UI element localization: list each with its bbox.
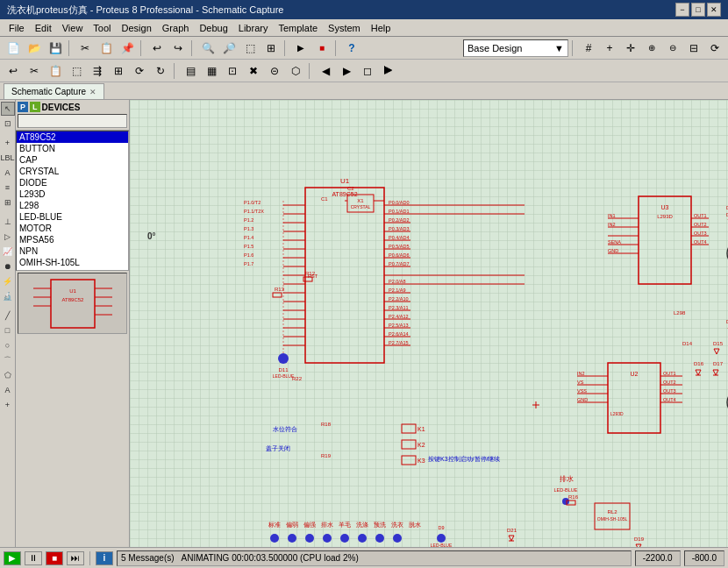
component-tool[interactable]: ⊡ [1, 117, 15, 131]
tb2-btn6[interactable]: ⊞ [109, 61, 128, 81]
component-item-led-blue[interactable]: LED-BLUE [17, 211, 128, 223]
component-item-cap[interactable]: CAP [17, 154, 128, 166]
menu-item-library[interactable]: Library [233, 22, 274, 34]
schematic-canvas[interactable]: 0° U1 AT89C52 [130, 100, 728, 547]
tb2-btn14[interactable]: ⬡ [286, 61, 305, 81]
menu-item-design[interactable]: Design [117, 22, 157, 34]
zoom-area-button[interactable]: ⬚ [240, 39, 260, 58]
bus-tool[interactable]: ≡ [1, 181, 15, 195]
component-search[interactable] [18, 114, 127, 128]
stop-button[interactable]: ■ [46, 551, 63, 565]
tb2-btn10[interactable]: ▦ [202, 61, 221, 81]
l-button[interactable]: L [30, 102, 40, 112]
probe-tool[interactable]: 🔬 [1, 289, 15, 303]
component-item-omih-sh-105l[interactable]: OMIH-SH-105L [17, 257, 128, 268]
tape-tool[interactable]: ⏺ [1, 259, 15, 273]
save-button[interactable]: 💾 [46, 39, 65, 58]
tb2-btn15[interactable]: ◀ [316, 61, 335, 81]
fit-button[interactable]: ⊟ [684, 39, 703, 58]
tb2-btn8[interactable]: ↻ [151, 61, 170, 81]
grid-button[interactable]: # [579, 39, 598, 58]
component-item-diode[interactable]: DIODE [17, 177, 128, 188]
new-button[interactable]: 📄 [4, 39, 23, 58]
undo-button[interactable]: ↩ [147, 39, 167, 58]
component-item-motor[interactable]: MOTOR [17, 223, 128, 234]
component-item-res[interactable]: RES [17, 268, 128, 271]
tb2-btn3[interactable]: 📋 [46, 61, 65, 81]
pause-button[interactable]: ⏸ [25, 551, 42, 565]
help-button[interactable]: ? [342, 39, 361, 58]
tb2-btn18[interactable]: ⯈ [379, 61, 398, 81]
maximize-button[interactable]: □ [691, 3, 705, 17]
menu-item-help[interactable]: Help [366, 22, 396, 34]
zoom-in-button[interactable]: 🔍 [198, 39, 218, 58]
tb2-btn1[interactable]: ↩ [4, 61, 23, 81]
tb2-btn11[interactable]: ⊡ [223, 61, 242, 81]
snap-button[interactable]: + [600, 39, 619, 58]
component-list[interactable]: AT89C52BUTTONCAPCRYSTALDIODEL293DL298LED… [16, 131, 129, 271]
tb2-btn4[interactable]: ⬚ [67, 61, 86, 81]
graph-tool[interactable]: 📈 [1, 245, 15, 259]
play-button[interactable]: ▶ [4, 551, 21, 565]
component-item-at89c52[interactable]: AT89C52 [17, 131, 128, 143]
copy-button[interactable]: 📋 [96, 39, 116, 58]
zoom-plus-button[interactable]: ⊕ [642, 39, 661, 58]
poly-tool[interactable]: ⬠ [1, 368, 15, 382]
run-sim-button[interactable]: ▶ [291, 39, 310, 58]
component-item-npn[interactable]: NPN [17, 245, 128, 257]
arc-tool[interactable]: ⌒ [1, 353, 15, 367]
tb2-btn5[interactable]: ⇶ [88, 61, 107, 81]
open-button[interactable]: 📂 [25, 39, 44, 58]
port-tool[interactable]: ▷ [1, 230, 15, 244]
tb2-btn2[interactable]: ✂ [25, 61, 44, 81]
menu-item-edit[interactable]: Edit [30, 22, 57, 34]
zoom-out-button[interactable]: 🔎 [219, 39, 239, 58]
box-tool[interactable]: □ [1, 323, 15, 337]
generator-tool[interactable]: ⚡ [1, 274, 15, 288]
menu-item-view[interactable]: View [57, 22, 89, 34]
marker-tool[interactable]: + [1, 398, 15, 412]
tb2-btn16[interactable]: ▶ [337, 61, 356, 81]
select-tool[interactable]: ↖ [1, 102, 15, 116]
menu-item-graph[interactable]: Graph [157, 22, 195, 34]
terminal-tool[interactable]: ⊥ [1, 215, 15, 229]
base-design-dropdown-icon[interactable]: ▼ [554, 43, 564, 53]
line-tool[interactable]: ╱ [1, 309, 15, 323]
tab-close-button[interactable]: ✕ [89, 88, 96, 96]
component-item-l298[interactable]: L298 [17, 200, 128, 211]
tb2-btn9[interactable]: ▤ [181, 61, 200, 81]
redo-button[interactable]: ↪ [168, 39, 188, 58]
text-tool[interactable]: A [1, 166, 15, 180]
move-button[interactable]: ✛ [621, 39, 640, 58]
paste-button[interactable]: 📌 [118, 39, 137, 58]
refresh-button[interactable]: ⟳ [705, 39, 724, 58]
menu-item-system[interactable]: System [323, 22, 366, 34]
p-button[interactable]: P [18, 102, 28, 112]
component-item-mpsa56[interactable]: MPSA56 [17, 234, 128, 245]
tb2-btn7[interactable]: ⟳ [130, 61, 149, 81]
menu-item-tool[interactable]: Tool [88, 22, 116, 34]
base-design-selector[interactable]: Base Design ▼ [463, 39, 568, 57]
label-tool[interactable]: LBL [1, 151, 15, 165]
component-item-button[interactable]: BUTTON [17, 143, 128, 154]
step-button[interactable]: ⏭ [67, 551, 84, 565]
minimize-button[interactable]: − [675, 3, 689, 17]
tb2-btn12[interactable]: ✖ [244, 61, 263, 81]
menu-item-debug[interactable]: Debug [194, 22, 232, 34]
zoom-minus-button[interactable]: ⊖ [663, 39, 682, 58]
tb2-btn13[interactable]: ⊝ [265, 61, 284, 81]
tb2-btn17[interactable]: ◻ [358, 61, 377, 81]
close-button[interactable]: ✕ [707, 3, 721, 17]
info-button[interactable]: i [96, 551, 113, 565]
circle-tool[interactable]: ○ [1, 338, 15, 352]
junction-tool[interactable]: + [1, 136, 15, 150]
zoom-all-button[interactable]: ⊞ [261, 39, 281, 58]
stop-sim-button[interactable]: ■ [312, 39, 332, 58]
menu-item-template[interactable]: Template [273, 22, 323, 34]
subcircuit-tool[interactable]: ⊞ [1, 195, 15, 209]
component-item-l293d[interactable]: L293D [17, 188, 128, 200]
schematic-capture-tab[interactable]: Schematic Capture ✕ [4, 83, 104, 99]
component-item-crystal[interactable]: CRYSTAL [17, 166, 128, 177]
menu-item-file[interactable]: File [4, 22, 30, 34]
symbol-tool[interactable]: A [1, 383, 15, 397]
